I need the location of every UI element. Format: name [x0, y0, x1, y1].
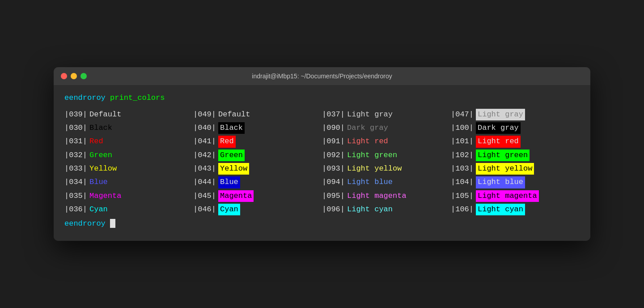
color-label: Red	[89, 136, 103, 147]
color-row: |092| Light green	[322, 149, 451, 162]
command-line: eendroroy print_colors	[64, 92, 580, 104]
terminal-body[interactable]: eendroroy print_colors |039| Default|030…	[54, 85, 590, 240]
color-row: |044| Blue	[193, 175, 322, 189]
color-code: |042|	[193, 150, 218, 161]
color-code: |031|	[64, 136, 89, 147]
color-column-0: |039| Default|030| Black|031| Red|032| G…	[64, 108, 193, 217]
color-label: Cyan	[218, 204, 240, 215]
color-row: |035| Magenta	[64, 189, 193, 203]
color-code: |044|	[193, 176, 218, 188]
color-code: |094|	[322, 176, 347, 188]
color-row: |032| Green	[64, 149, 193, 162]
bottom-prompt-line: eendroroy	[64, 218, 580, 230]
color-row: |105| Light magenta	[451, 189, 580, 203]
color-grid: |039| Default|030| Black|031| Red|032| G…	[64, 108, 580, 217]
close-button[interactable]	[61, 73, 67, 79]
color-column-2: |037| Light gray|090| Dark gray|091| Lig…	[322, 108, 451, 217]
color-row: |043| Yellow	[193, 162, 322, 175]
color-row: |036| Cyan	[64, 203, 193, 216]
color-code: |049|	[193, 109, 218, 120]
color-code: |096|	[322, 204, 347, 215]
color-code: |105|	[451, 190, 476, 202]
color-label: Cyan	[89, 204, 108, 215]
color-row: |040| Black	[193, 121, 322, 135]
color-row: |096| Light cyan	[322, 203, 451, 216]
maximize-button[interactable]	[80, 73, 87, 79]
color-code: |041|	[193, 136, 218, 147]
color-code: |095|	[322, 190, 347, 202]
color-code: |030|	[64, 122, 89, 134]
cursor	[110, 219, 115, 228]
color-code: |103|	[451, 163, 476, 175]
terminal-window: indrajit@iMbp15: ~/Documents/Projects/ee…	[54, 67, 590, 240]
color-code: |047|	[451, 109, 476, 120]
color-label: Green	[218, 150, 245, 161]
color-row: |033| Yellow	[64, 162, 193, 175]
color-row: |045| Magenta	[193, 189, 322, 203]
color-code: |093|	[322, 163, 347, 175]
color-row: |042| Green	[193, 149, 322, 162]
color-row: |094| Light blue	[322, 175, 451, 189]
color-label: Black	[218, 122, 245, 134]
color-row: |031| Red	[64, 135, 193, 148]
color-row: |049| Default	[193, 108, 322, 121]
color-label: Dark gray	[347, 122, 388, 134]
color-row: |047| Light gray	[451, 108, 580, 121]
bottom-prompt: eendroroy	[64, 219, 106, 228]
color-label: Default	[218, 109, 250, 120]
color-code: |035|	[64, 190, 89, 202]
color-label: Light red	[476, 136, 521, 147]
color-label: Dark gray	[476, 122, 521, 134]
color-label: Light yellow	[347, 163, 402, 175]
color-code: |102|	[451, 150, 476, 161]
color-label: Light yellow	[476, 163, 534, 175]
color-label: Red	[218, 136, 236, 147]
color-code: |046|	[193, 204, 218, 215]
color-row: |102| Light green	[451, 149, 580, 162]
color-column-1: |049| Default|040| Black|041| Red|042| G…	[193, 108, 322, 217]
color-row: |039| Default	[64, 108, 193, 121]
color-code: |039|	[64, 109, 89, 120]
color-row: |101| Light red	[451, 135, 580, 148]
color-code: |100|	[451, 122, 476, 134]
color-row: |090| Dark gray	[322, 121, 451, 135]
color-row: |041| Red	[193, 135, 322, 148]
prompt-text: eendroroy	[64, 94, 106, 102]
color-label: Light magenta	[476, 190, 539, 202]
color-row: |091| Light red	[322, 135, 451, 148]
color-code: |091|	[322, 136, 347, 147]
minimize-button[interactable]	[71, 73, 77, 79]
color-label: Yellow	[218, 163, 249, 175]
color-code: |101|	[451, 136, 476, 147]
color-code: |090|	[322, 122, 347, 134]
color-row: |100| Dark gray	[451, 121, 580, 135]
color-code: |043|	[193, 163, 218, 175]
color-row: |030| Black	[64, 121, 193, 135]
color-row: |103| Light yellow	[451, 162, 580, 175]
color-code: |032|	[64, 150, 89, 161]
color-label: Black	[89, 122, 112, 134]
color-label: Light gray	[347, 109, 393, 120]
color-label: Light green	[347, 150, 397, 161]
color-code: |045|	[193, 190, 218, 202]
titlebar: indrajit@iMbp15: ~/Documents/Projects/ee…	[54, 67, 590, 85]
color-label: Blue	[218, 176, 240, 188]
color-row: |046| Cyan	[193, 203, 322, 216]
color-code: |104|	[451, 176, 476, 188]
color-label: Light green	[476, 150, 530, 161]
color-label: Light red	[347, 136, 388, 147]
color-label: Light cyan	[347, 204, 393, 215]
color-label: Default	[89, 109, 121, 120]
color-label: Light gray	[476, 109, 525, 120]
color-row: |034| Blue	[64, 175, 193, 189]
color-code: |106|	[451, 204, 476, 215]
color-code: |036|	[64, 204, 89, 215]
color-row: |106| Light cyan	[451, 203, 580, 216]
color-row: |037| Light gray	[322, 108, 451, 121]
color-code: |033|	[64, 163, 89, 175]
color-label: Light magenta	[347, 190, 407, 202]
color-code: |040|	[193, 122, 218, 134]
color-label: Light blue	[476, 176, 525, 188]
color-label: Blue	[89, 176, 108, 188]
color-label: Magenta	[218, 190, 254, 202]
